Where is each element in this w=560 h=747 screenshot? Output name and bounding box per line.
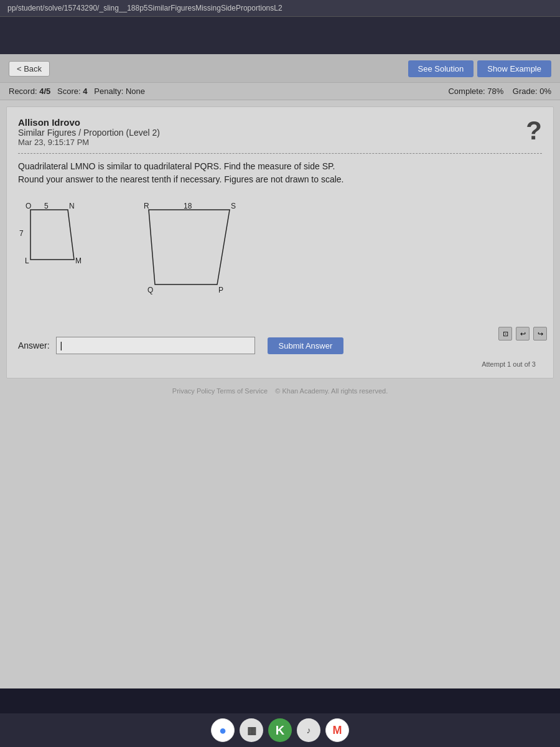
- record-value: 4/5: [39, 87, 50, 96]
- main-content: < Back See Solution Show Example Record:…: [0, 54, 560, 688]
- dark-spacer: [0, 17, 560, 54]
- redo-icon[interactable]: ↪: [533, 327, 547, 341]
- problem-card: Allison Idrovo Similar Figures / Proport…: [6, 106, 554, 378]
- label-S: S: [231, 202, 236, 210]
- notification-icon[interactable]: ♪: [297, 718, 320, 742]
- back-button[interactable]: < Back: [9, 61, 50, 77]
- figures-area: O N M L 5 7 R S: [18, 197, 542, 318]
- answer-input[interactable]: [56, 337, 255, 354]
- penalty-label: Penalty:: [94, 87, 123, 96]
- expand-icon[interactable]: ⊡: [498, 327, 512, 341]
- problem-text: Quadrilateral LMNO is similar to quadril…: [18, 160, 542, 186]
- complete-value: 78%: [487, 87, 503, 96]
- grade-label: Grade:: [513, 87, 538, 96]
- taskbar: ● ▦ K ♪ M: [0, 713, 560, 747]
- record-row: Record: 4/5 Score: 4 Penalty: None Compl…: [0, 83, 560, 100]
- gmail-icon[interactable]: M: [325, 718, 349, 742]
- answer-row: Answer: Submit Answer: [18, 331, 542, 358]
- side-rs-label: 18: [184, 202, 192, 210]
- label-M: M: [75, 256, 82, 265]
- help-icon[interactable]: ?: [526, 116, 542, 146]
- side-ol-label: 7: [19, 229, 24, 238]
- label-R: R: [144, 202, 149, 210]
- svg-marker-1: [149, 210, 230, 284]
- label-L: L: [25, 256, 29, 265]
- figure2-svg: R S P Q 18: [136, 204, 248, 303]
- browser-url-bar: pp/student/solve/15743290/_sling__188p5S…: [0, 0, 560, 17]
- problem-line2: Round your answer to the nearest tenth i…: [18, 173, 542, 186]
- penalty-value: None: [126, 87, 145, 96]
- figure1-svg: O N M L 5 7: [24, 204, 99, 284]
- header-row: < Back See Solution Show Example: [0, 54, 560, 83]
- figure1-container: O N M L 5 7: [24, 204, 99, 287]
- submit-answer-button[interactable]: Submit Answer: [268, 337, 344, 354]
- footer-links: Privacy Policy Terms of Service © Khan A…: [0, 385, 560, 397]
- svg-marker-0: [30, 210, 74, 260]
- label-O: O: [26, 202, 31, 210]
- k-icon[interactable]: K: [268, 718, 292, 742]
- problem-date: Mar 23, 9:15:17 PM: [18, 138, 542, 147]
- divider: [18, 153, 542, 154]
- side-on-label: 5: [44, 202, 49, 210]
- figure2-container: R S P Q 18: [136, 204, 248, 306]
- see-solution-button[interactable]: See Solution: [408, 60, 474, 77]
- show-example-button[interactable]: Show Example: [477, 60, 551, 77]
- footer-link-text: Privacy Policy Terms of Service: [172, 387, 268, 395]
- calendar-icon[interactable]: ▦: [240, 718, 263, 742]
- label-P: P: [218, 286, 223, 294]
- label-N: N: [69, 202, 75, 210]
- toolbar-icons: ⊡ ↩ ↪: [498, 327, 547, 341]
- problem-subtitle: Similar Figures / Proportion (Level 2): [18, 128, 542, 138]
- header-right-buttons: See Solution Show Example: [408, 60, 551, 77]
- answer-label: Answer:: [18, 341, 50, 350]
- score-label: Score:: [57, 87, 81, 96]
- score-value: 4: [83, 87, 87, 96]
- record-right: Complete: 78% Grade: 0%: [448, 87, 551, 96]
- undo-icon[interactable]: ↩: [516, 327, 530, 341]
- complete-label: Complete:: [448, 87, 485, 96]
- grade-value: 0%: [539, 87, 551, 96]
- dim-overlay: [0, 688, 560, 713]
- label-Q: Q: [147, 286, 153, 294]
- chrome-icon[interactable]: ●: [211, 718, 235, 742]
- url-text: pp/student/solve/15743290/_sling__188p5S…: [7, 4, 282, 12]
- student-name: Allison Idrovo: [18, 117, 542, 128]
- footer-copyright: © Khan Academy. All rights reserved.: [275, 387, 388, 395]
- problem-line1: Quadrilateral LMNO is similar to quadril…: [18, 160, 542, 173]
- attempts-text: Attempt 1 out of 3: [18, 360, 542, 368]
- record-label: Record:: [9, 87, 37, 96]
- record-left: Record: 4/5 Score: 4 Penalty: None: [9, 87, 145, 96]
